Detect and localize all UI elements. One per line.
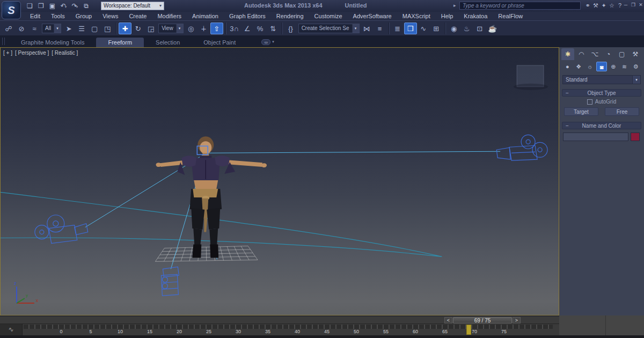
render-production-icon[interactable]: ☕ <box>486 23 499 34</box>
target-button[interactable]: Target <box>564 107 598 116</box>
viewport-shading-menu[interactable]: [ Realistic ] <box>52 50 78 56</box>
select-and-move-icon[interactable]: ✚ <box>119 23 131 34</box>
next-frame-button[interactable]: > <box>513 317 521 324</box>
utilities-tab[interactable]: ⚒ <box>629 48 642 60</box>
keyboard-shortcut-override-icon[interactable]: ⇧ <box>210 23 223 34</box>
cameras-category[interactable]: ◙ <box>596 62 608 71</box>
rendered-frame-window-icon[interactable]: ⊡ <box>473 23 486 34</box>
spinner-snap-icon[interactable]: ⇅ <box>267 23 280 34</box>
camera-left[interactable] <box>35 215 88 244</box>
menu-krakatoa[interactable]: Krakatoa <box>458 13 493 19</box>
curve-editor-icon[interactable]: ∿ <box>417 23 430 34</box>
communication-center-icon[interactable]: ✦ <box>600 1 608 10</box>
favorites-icon[interactable]: ☆ <box>608 1 616 10</box>
object-type-rollout-header[interactable]: − Object Type <box>562 89 641 97</box>
tab-graphite-modeling-tools[interactable]: Graphite Modeling Tools <box>9 38 96 47</box>
menu-rendering[interactable]: Rendering <box>271 13 309 19</box>
bind-to-space-warp-icon[interactable]: ≈ <box>28 23 41 34</box>
select-object-icon[interactable]: ➤ <box>62 23 75 34</box>
workspace-dropdown[interactable]: Workspace: Default ▾ <box>101 2 164 10</box>
lights-category[interactable]: ☼ <box>585 62 595 71</box>
reference-coordinate-system-dropdown[interactable]: View▾ <box>158 24 184 33</box>
new-scene-icon[interactable]: ❏ <box>25 1 35 11</box>
select-and-link-icon[interactable]: ☍ <box>2 23 15 34</box>
manage-layers-icon[interactable]: ≣ <box>391 23 404 34</box>
close-button[interactable]: ✕ <box>638 1 644 9</box>
time-slider[interactable]: 69 / 75 <box>453 317 512 324</box>
object-name-field[interactable] <box>563 133 628 141</box>
mirror-icon[interactable]: ⋈ <box>361 23 374 34</box>
menu-maxscript[interactable]: MAXScript <box>397 13 436 19</box>
camera-bottom[interactable] <box>161 267 179 296</box>
camera-right[interactable] <box>496 135 547 160</box>
create-tab[interactable]: ✱ <box>561 48 574 60</box>
search-icon[interactable]: ⚭ <box>584 1 591 10</box>
viewport[interactable]: [ + ] [ Perspective ] [ Realistic ] <box>0 47 559 315</box>
material-editor-icon[interactable]: ◉ <box>448 23 460 34</box>
project-folder-icon[interactable]: ⧉ <box>81 1 91 11</box>
restore-button[interactable]: ❐ <box>630 1 636 9</box>
previous-frame-button[interactable]: < <box>444 317 452 324</box>
autogrid-checkbox[interactable]: AutoGrid <box>563 99 640 105</box>
rectangular-selection-region-icon[interactable]: ▢ <box>88 23 101 34</box>
updates-icon[interactable]: ⚒ <box>592 1 599 10</box>
menu-help[interactable]: Help <box>436 13 459 19</box>
select-and-rotate-icon[interactable]: ↻ <box>131 23 144 34</box>
app-logo-button[interactable]: S <box>2 1 21 19</box>
toggle-scene-explorer-icon[interactable]: ❒ <box>404 23 417 34</box>
open-file-icon[interactable]: ❐ <box>36 1 46 11</box>
menu-graph-editors[interactable]: Graph Editors <box>224 13 271 19</box>
schematic-view-icon[interactable]: ⊞ <box>430 23 443 34</box>
menu-animation[interactable]: Animation <box>187 13 224 19</box>
menu-modifiers[interactable]: Modifiers <box>152 13 187 19</box>
modify-tab[interactable]: ◠ <box>575 48 588 60</box>
viewcube[interactable] <box>514 65 548 90</box>
use-pivot-point-center-icon[interactable]: ◎ <box>185 23 197 34</box>
edit-named-selection-sets-icon[interactable]: {} <box>284 23 297 34</box>
time-slider-track[interactable]: < 69 / 75 > <box>0 316 559 324</box>
name-color-rollout-header[interactable]: − Name and Color <box>562 122 641 129</box>
camera-motion-path[interactable] <box>1 192 442 257</box>
object-class-dropdown[interactable]: Standard ▾ <box>562 75 641 84</box>
menu-realflow[interactable]: RealFlow <box>493 13 528 19</box>
menu-group[interactable]: Group <box>70 13 98 19</box>
hierarchy-tab[interactable]: ⌥ <box>588 48 601 60</box>
tab-freeform[interactable]: Freeform <box>96 38 144 47</box>
track-bar[interactable]: 051015202530354045505560657075 ∿ <box>0 324 559 335</box>
shapes-category[interactable]: ❖ <box>574 62 584 71</box>
tab-object-paint[interactable]: Object Paint <box>192 38 247 47</box>
window-crossing-icon[interactable]: ◳ <box>101 23 114 34</box>
search-expand-icon[interactable]: ▸ <box>453 3 456 8</box>
free-button[interactable]: Free <box>605 107 639 116</box>
unlink-selection-icon[interactable]: ⊘ <box>15 23 28 34</box>
menu-views[interactable]: Views <box>97 13 123 19</box>
space-warps-category[interactable]: ≋ <box>619 62 630 71</box>
ribbon-grip[interactable] <box>2 38 5 45</box>
chevron-down-icon[interactable]: ▾ <box>65 5 67 9</box>
undo-icon[interactable]: ↶▾ <box>58 1 69 11</box>
viewport-general-menu[interactable]: [ + ] <box>3 50 12 56</box>
selection-filter-dropdown[interactable]: All▾ <box>42 24 61 33</box>
angle-snap-icon[interactable]: ∠ <box>241 23 254 34</box>
grid-plane[interactable] <box>155 246 258 262</box>
menu-adversoftware[interactable]: AdverSoftware <box>348 13 397 19</box>
motion-tab[interactable]: ◔ <box>602 48 615 60</box>
helpers-category[interactable]: ⊕ <box>608 62 618 71</box>
menu-create[interactable]: Create <box>123 13 152 19</box>
render-setup-icon[interactable]: ♨ <box>460 23 473 34</box>
minimize-button[interactable]: ─ <box>623 1 629 9</box>
viewport-pov-menu[interactable]: [ Perspective ] <box>15 50 49 56</box>
search-input[interactable] <box>459 2 581 10</box>
named-selection-sets-dropdown[interactable]: Create Selection Se▾ <box>298 24 360 33</box>
tab-selection[interactable]: Selection <box>144 38 192 47</box>
menu-customize[interactable]: Customize <box>309 13 348 19</box>
systems-category[interactable]: ⚙ <box>631 62 641 71</box>
ribbon-minimize-toggle[interactable]: ▭ ▾ <box>261 38 277 46</box>
mini-curve-editor-button[interactable]: ∿ <box>0 324 23 335</box>
geometry-category[interactable]: ● <box>562 62 573 71</box>
select-and-manipulate-icon[interactable]: ∔ <box>197 23 210 34</box>
align-icon[interactable]: ≡ <box>374 23 386 34</box>
display-tab[interactable]: ▢ <box>616 48 628 60</box>
current-frame-marker[interactable] <box>466 325 471 335</box>
save-file-icon[interactable]: ▣ <box>47 1 57 11</box>
